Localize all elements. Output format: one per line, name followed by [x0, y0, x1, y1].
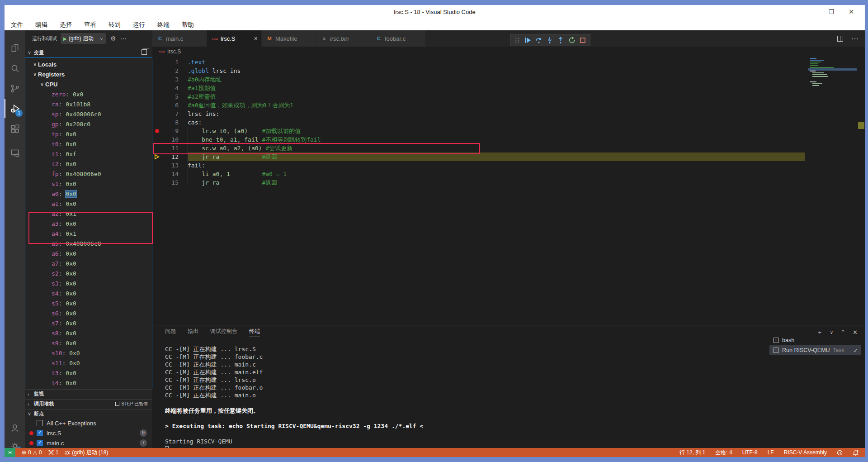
code-line[interactable]: 10 bne t0, a1, fail #不相等则跳转到fail: [152, 135, 805, 144]
stop-icon[interactable]: [579, 37, 586, 44]
register-row[interactable]: s6: 0x0: [25, 308, 152, 318]
code-line[interactable]: 2 .globl lrsc_ins: [152, 67, 805, 75]
code-line[interactable]: 7 lrsc_ins:: [152, 110, 805, 118]
register-row[interactable]: fp: 0x408006e0: [25, 169, 152, 179]
close-icon[interactable]: ×: [254, 35, 258, 42]
editor-tab[interactable]: foobar.c ×: [371, 30, 426, 47]
menu-item[interactable]: 编辑: [35, 21, 47, 29]
panel-tab[interactable]: 输出: [188, 328, 198, 337]
register-row[interactable]: t4: 0x0: [25, 378, 152, 388]
register-row[interactable]: gp: 0x208c0: [25, 119, 152, 129]
register-row[interactable]: a5: 0x408006c8: [25, 238, 152, 248]
menu-item[interactable]: 终端: [157, 21, 170, 29]
gutter[interactable]: [152, 178, 161, 187]
terminal-output[interactable]: CC -[M] 正在构建 ... lrsc.SCC -[M] 正在构建 ... …: [165, 345, 766, 445]
menu-item[interactable]: 帮助: [182, 21, 194, 29]
register-row[interactable]: a3: 0x0: [25, 219, 152, 229]
gutter[interactable]: [152, 135, 161, 144]
extensions-icon[interactable]: [5, 119, 25, 138]
launch-config-dropdown[interactable]: ▶ (gdb) 启动 ∨: [61, 33, 106, 44]
continue-icon[interactable]: [524, 37, 531, 44]
register-row[interactable]: a7: 0x0: [25, 258, 152, 268]
code-line[interactable]: 6 #a0返回值，如果成功，则为0！否则为1: [152, 101, 805, 110]
gutter[interactable]: [152, 67, 161, 75]
code-line[interactable]: 3 #a0内存地址: [152, 75, 805, 84]
code-line[interactable]: 8 cas:: [152, 118, 805, 127]
code-line[interactable]: 14 li a0, 1 #a0 = 1: [152, 170, 805, 178]
breakpoint-row[interactable]: All C++ Exceptions: [25, 418, 152, 428]
register-row[interactable]: s9: 0x0: [25, 338, 152, 348]
breakpoints-section-header[interactable]: ∨ 断点: [25, 409, 152, 418]
gutter[interactable]: [152, 92, 161, 101]
breakpoint-row[interactable]: lrsc.S 9: [25, 428, 152, 438]
menu-item[interactable]: 选择: [60, 21, 72, 29]
register-row[interactable]: s8: 0x0: [25, 328, 152, 338]
step-into-icon[interactable]: [546, 37, 553, 44]
register-row[interactable]: t1: 0xf: [25, 149, 152, 159]
encoding[interactable]: UTF-8: [742, 449, 758, 456]
register-row[interactable]: s7: 0x0: [25, 318, 152, 328]
panel-tab[interactable]: 问题: [165, 328, 176, 337]
register-row[interactable]: tp: 0x0: [25, 129, 152, 139]
gutter[interactable]: [152, 118, 161, 127]
debug-settings-gear-icon[interactable]: ⚙: [110, 35, 116, 42]
menu-item[interactable]: 文件: [11, 21, 23, 29]
overview-ruler[interactable]: [858, 57, 865, 325]
more-actions-icon[interactable]: ⋯: [121, 35, 127, 42]
problems-indicator[interactable]: ⊗0 △0: [22, 449, 42, 456]
split-editor-icon[interactable]: [837, 36, 843, 42]
register-row[interactable]: s3: 0x0: [25, 278, 152, 288]
running-tasks-indicator[interactable]: 1: [48, 449, 59, 456]
menu-item[interactable]: 转到: [108, 21, 121, 29]
register-row[interactable]: s1: 0x0: [25, 179, 152, 189]
editor-tab[interactable]: Makefile ×: [262, 30, 316, 47]
code-line[interactable]: 1 .text: [152, 58, 805, 67]
register-row[interactable]: a0: 0x0: [25, 189, 152, 199]
breakpoint-row[interactable]: main.c 7: [25, 438, 152, 448]
editor-more-actions-icon[interactable]: ⋯: [851, 34, 859, 43]
variables-group-row[interactable]: ∨ Registers: [25, 69, 152, 79]
gutter[interactable]: [152, 84, 161, 92]
breakpoint-checkbox[interactable]: [37, 440, 43, 446]
explorer-icon[interactable]: [5, 38, 25, 57]
group-icon[interactable]: [142, 49, 147, 55]
terminal-dropdown-icon[interactable]: ∨: [830, 330, 833, 335]
feedback-icon[interactable]: [837, 450, 843, 456]
gutter[interactable]: [152, 75, 161, 84]
gutter[interactable]: [152, 152, 161, 161]
register-row[interactable]: t3: 0x0: [25, 368, 152, 378]
register-row[interactable]: ra: 0x101b8: [25, 99, 152, 109]
register-row[interactable]: zero: 0x0: [25, 89, 152, 99]
variables-group-row[interactable]: ∨ Locals: [25, 59, 152, 69]
step-over-icon[interactable]: [535, 37, 542, 44]
search-icon[interactable]: [5, 59, 25, 78]
register-row[interactable]: sp: 0x408006c0: [25, 109, 152, 119]
register-row[interactable]: s10: 0x0: [25, 348, 152, 358]
gutter[interactable]: [152, 161, 161, 170]
gutter[interactable]: [152, 170, 161, 178]
close-panel-icon[interactable]: ✕: [853, 329, 858, 336]
close-button[interactable]: ✕: [841, 5, 861, 19]
register-row[interactable]: s11: 0x0: [25, 358, 152, 368]
register-row[interactable]: a6: 0x0: [25, 248, 152, 258]
register-row[interactable]: a2: 0x1: [25, 209, 152, 219]
breakpoint-checkbox[interactable]: [37, 430, 43, 436]
editor-tab[interactable]: lrsc.bin ×: [316, 30, 371, 47]
debug-session-indicator[interactable]: (gdb) 启动 (18): [65, 449, 108, 457]
drag-handle-icon[interactable]: [514, 37, 520, 43]
variables-group-row[interactable]: ∨ CPU: [25, 79, 152, 89]
account-icon[interactable]: [5, 419, 25, 438]
variables-section-header[interactable]: ∨ 变量: [25, 48, 152, 57]
terminal-list-item[interactable]: › Run RISCV-QEMU Task ✓: [769, 345, 861, 355]
register-row[interactable]: t2: 0x0: [25, 159, 152, 169]
register-row[interactable]: s5: 0x0: [25, 298, 152, 308]
register-row[interactable]: s4: 0x0: [25, 288, 152, 298]
source-control-icon[interactable]: [5, 79, 25, 98]
gutter[interactable]: [152, 101, 161, 110]
code-line[interactable]: 13 fail:: [152, 161, 805, 170]
terminal-list-item[interactable]: › bash ✓: [769, 335, 861, 345]
indentation[interactable]: 空格: 4: [715, 449, 732, 457]
restore-button[interactable]: ❐: [821, 5, 841, 19]
remote-indicator[interactable]: ><: [5, 448, 15, 457]
code-line[interactable]: 5 #a2所需值: [152, 92, 805, 101]
